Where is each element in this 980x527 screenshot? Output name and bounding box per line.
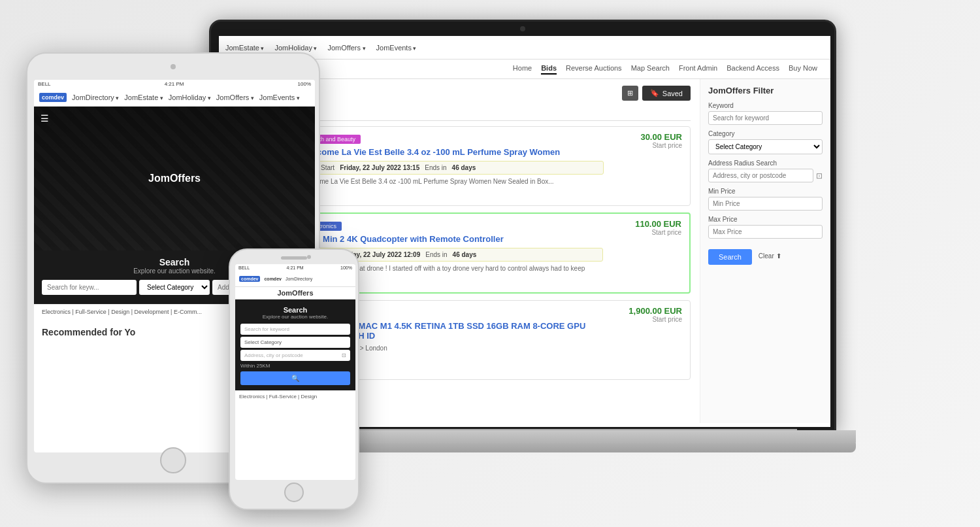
address-input-row: ⊡ [708, 169, 823, 182]
start-date-1: Friday, 22 July 2022 13:15 [340, 164, 419, 171]
saved-button[interactable]: 🔖 Saved [642, 86, 691, 101]
phone-logo-text: comdev [264, 277, 281, 281]
tablet-home-button[interactable] [160, 447, 186, 473]
tablet-nav-estate[interactable]: JomEstate [124, 94, 163, 101]
listing-price-1: 30.00 EUR Start price [612, 127, 690, 205]
ends-days-1: 46 days [452, 164, 476, 171]
top-link-frontadmin[interactable]: Front Admin [679, 64, 717, 75]
min-price-input[interactable] [708, 197, 823, 211]
phone-address-input[interactable]: Address, city or postcode ⊡ [240, 350, 350, 361]
phone: BELL 4:21 PM 100% comdev comdev JomDirec… [229, 248, 359, 510]
filter-search-button[interactable]: Search [708, 249, 752, 265]
nav-jomestate[interactable]: JomEstate [225, 44, 264, 52]
category-label: Category [708, 130, 823, 137]
phone-status-bar: BELL 4:21 PM 100% [235, 264, 355, 271]
tablet-search-input[interactable] [42, 280, 137, 295]
scene: JomEstate JomHoliday JomOffers JomEvents… [0, 0, 980, 527]
laptop-camera [520, 26, 525, 31]
top-link-map[interactable]: Map Search [631, 64, 670, 75]
listing-title-2[interactable]: DJIII Min 2 4K Quadcopter with Remote Co… [302, 234, 603, 244]
tablet-status-left: BELL [38, 81, 51, 87]
phone-speaker [281, 256, 307, 260]
listing-price-3: 1,900.00 EUR Start price [612, 301, 690, 379]
filter-sidebar: JomOffers Filter Keyword Category Select… [700, 79, 830, 423]
min-price-label: Min Price [708, 188, 823, 195]
phone-logo-box: comdev [239, 276, 260, 282]
phone-screen: BELL 4:21 PM 100% comdev comdev JomDirec… [235, 264, 355, 480]
filter-title: JomOffers Filter [708, 86, 823, 95]
phone-radius-text: Within 25KM [240, 363, 350, 369]
top-link-reverse[interactable]: Reverse Auctions [566, 64, 622, 75]
tablet-status-bar: BELL 4:21 PM 100% [34, 80, 315, 88]
nav-jomoffers[interactable]: JomOffers [327, 44, 365, 52]
tablet-brand-title: JomOffers [148, 173, 201, 184]
category-select[interactable]: Select Category [708, 139, 823, 154]
listing-desc-1: Lancome La Vie Est Belle 3.4 oz -100 mL … [302, 178, 604, 185]
tablet-nav-directory[interactable]: JomDirectory [72, 94, 119, 101]
nav-jomholiday[interactable]: JomHoliday [274, 44, 317, 52]
phone-topbar: JomOffers [235, 287, 355, 299]
phone-front-camera [307, 255, 311, 259]
tablet-nav-offers[interactable]: JomOffers [216, 94, 254, 101]
bookmark-icon: 🔖 [650, 89, 659, 97]
price-label-3: Start price [619, 316, 682, 323]
nav-jomevents[interactable]: JomEvents [376, 44, 417, 52]
phone-keyword-input[interactable]: Search for keyword [240, 324, 350, 335]
phone-body: BELL 4:21 PM 100% comdev comdev JomDirec… [229, 248, 359, 510]
tablet-hero: ☰ JomOffers [34, 107, 315, 250]
tablet-hamburger-icon[interactable]: ☰ [41, 113, 49, 124]
grid-view-button[interactable]: ⊞ [622, 86, 638, 101]
tablet-nav-events[interactable]: JomEvents [259, 94, 300, 101]
tablet-category-select[interactable]: Select Category [139, 280, 210, 295]
listing-dates-1: 📅 Start Friday, 22 July 2022 13:15 Ends … [302, 161, 604, 175]
price-amount-2: 110.00 EUR [619, 219, 681, 229]
phone-search-title: Search [240, 306, 350, 314]
geo-icon: ⊡ [816, 171, 823, 180]
price-label-2: Start price [619, 229, 681, 236]
geo-icon-phone: ⊡ [342, 352, 346, 358]
top-link-backend[interactable]: Backend Access [727, 64, 779, 75]
upload-icon: ⬆ [776, 252, 781, 260]
price-amount-1: 30.00 EUR [619, 132, 682, 142]
max-price-label: Max Price [708, 216, 823, 223]
filter-actions: Search Clear ⬆ [708, 246, 823, 265]
tablet-camera [171, 64, 176, 69]
tablet-logo: comdev [39, 93, 67, 102]
price-label-1: Start price [619, 142, 682, 149]
phone-search-placeholder: Search for keyword [244, 326, 289, 332]
phone-status-time: 4:21 PM [287, 265, 304, 270]
phone-status-right: 100% [340, 265, 352, 270]
phone-nav: comdev comdev JomDirectory [235, 271, 355, 287]
filter-clear-button[interactable]: Clear ⬆ [759, 252, 781, 260]
phone-hero: Search Explore our auction website. Sear… [235, 299, 355, 390]
phone-search-sub: Explore our auction website. [240, 314, 350, 320]
top-link-home[interactable]: Home [513, 64, 532, 75]
listing-price-2: 110.00 EUR Start price [611, 214, 689, 292]
listing-title-1[interactable]: Lancome La Vie Est Belle 3.4 oz -100 mL … [302, 147, 604, 157]
max-price-input[interactable] [708, 225, 823, 239]
phone-nav-directory[interactable]: JomDirectory [286, 277, 312, 281]
phone-brand-name: JomOffers [239, 289, 351, 297]
address-input[interactable] [708, 169, 813, 182]
phone-category-select[interactable]: Select Category [240, 337, 350, 348]
tablet-status-right: 100% [298, 81, 311, 87]
tablet-status-time: 4:21 PM [165, 81, 184, 87]
phone-categories: Electronics | Full-Service | Design [235, 390, 355, 402]
ends-days-2: 46 days [453, 251, 477, 258]
phone-home-button[interactable] [284, 483, 304, 502]
listing-body-1: Health and Beauty Lancome La Vie Est Bel… [294, 127, 612, 205]
phone-search-button[interactable]: 🔍 [240, 371, 350, 385]
top-link-bids[interactable]: Bids [541, 64, 557, 75]
tablet-nav-holiday[interactable]: JomHoliday [169, 94, 211, 101]
phone-status-left: BELL [238, 265, 250, 270]
tablet-logo-box: comdev [39, 93, 67, 102]
address-label: Address Radius Search [708, 160, 823, 167]
price-amount-3: 1,900.00 EUR [619, 306, 682, 316]
tablet-hero-bg: ☰ JomOffers [34, 107, 315, 250]
keyword-label: Keyword [708, 102, 823, 109]
phone-address-placeholder: Address, city or postcode [244, 352, 303, 358]
keyword-input[interactable] [708, 111, 823, 125]
laptop-top-links: Home Bids Reverse Auctions Map Search Fr… [513, 64, 817, 75]
tablet-nav: comdev JomDirectory JomEstate JomHoliday… [34, 88, 315, 107]
top-link-buynow[interactable]: Buy Now [789, 64, 817, 75]
